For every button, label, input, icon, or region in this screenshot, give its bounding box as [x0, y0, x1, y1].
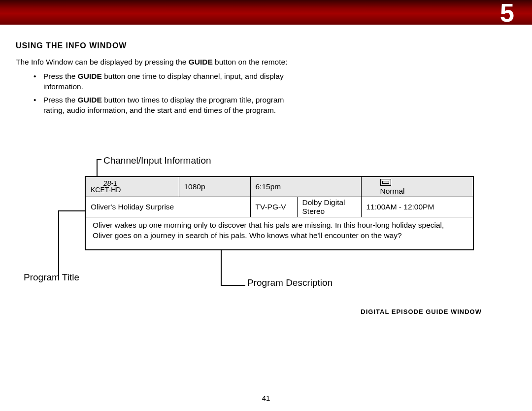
cell-description: Oliver wakes up one morning only to disc… [85, 217, 473, 250]
callout-program-description-label: Program Description [247, 277, 332, 288]
bullet2-a: Press the [43, 96, 78, 104]
cell-program-title: Oliver's Holiday Surprise [85, 197, 250, 217]
intro-paragraph: The Info Window can be displayed by pres… [16, 57, 301, 68]
aspect-label: Normal [380, 187, 405, 195]
bullet-item-1: Press the GUIDE button one time to displ… [35, 71, 301, 92]
channel-name: KCET-HD [91, 186, 121, 194]
aspect-ratio-icon [380, 179, 391, 186]
info-window-table: 28-1 KCET-HD 1080p 6:15pm Normal Oliver'… [85, 176, 474, 251]
figure-caption: DIGITAL EPISODE GUIDE WINDOW [361, 308, 482, 315]
cell-rating: TV-PG-V [250, 197, 297, 217]
connector-line [97, 159, 101, 160]
connector-line [58, 210, 59, 278]
connector-line [221, 285, 245, 286]
connector-line [221, 245, 222, 285]
callout-program-title-label: Program Title [24, 272, 79, 283]
guide-bold-2: GUIDE [78, 72, 102, 80]
chapter-number: 5 [500, 0, 515, 28]
cell-aspect: Normal [361, 176, 473, 197]
diagram-area: Channel/Input Information Program Title … [16, 155, 512, 323]
intro-text-1: The Info Window can be displayed by pres… [16, 58, 189, 66]
cell-time: 6:15pm [250, 176, 361, 197]
bullet-item-2: Press the GUIDE button two times to disp… [35, 95, 301, 116]
guide-bold-3: GUIDE [78, 96, 102, 104]
cell-channel: 28-1 KCET-HD [85, 176, 179, 197]
page-number: 41 [0, 394, 532, 402]
bullet1-a: Press the [43, 72, 78, 80]
guide-bold-1: GUIDE [189, 58, 213, 66]
cell-resolution: 1080p [179, 176, 250, 197]
section-heading: USING THE INFO WINDOW [16, 41, 512, 50]
bullet-list: Press the GUIDE button one time to displ… [16, 71, 301, 116]
callout-channel-label: Channel/Input Information [103, 155, 211, 166]
header-band: 5 [0, 0, 532, 25]
cell-timeslot: 11:00AM - 12:00PM [361, 197, 473, 217]
cell-audio: Dolby Digital Stereo [297, 197, 361, 217]
page-content: USING THE INFO WINDOW The Info Window ca… [0, 25, 532, 323]
intro-text-2: button on the remote: [213, 58, 288, 66]
